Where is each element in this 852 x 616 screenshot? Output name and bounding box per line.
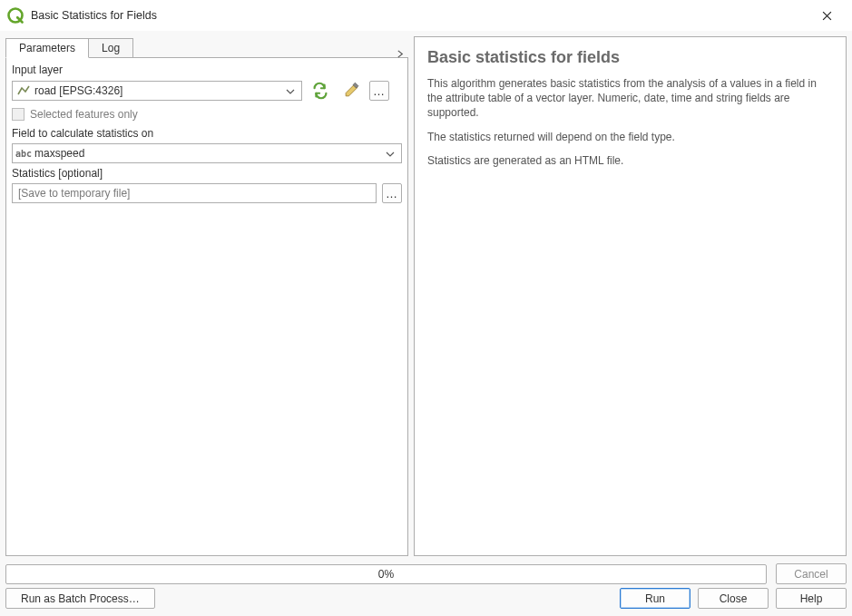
advanced-options-button[interactable] [338, 80, 364, 102]
help-paragraph: This algorithm generates basic statistic… [427, 76, 833, 121]
window-close-button[interactable] [808, 3, 845, 28]
help-button[interactable]: Help [776, 588, 847, 609]
field-combo[interactable]: abc maxspeed [12, 143, 402, 163]
progress-text: 0% [6, 565, 766, 583]
ellipsis-icon: … [373, 85, 386, 97]
app-icon [7, 7, 24, 24]
selected-features-label: Selected features only [30, 108, 138, 121]
tab-log[interactable]: Log [88, 38, 133, 58]
button-row: Run as Batch Process… Run Close Help [5, 588, 847, 609]
iterate-button[interactable] [308, 80, 333, 102]
line-layer-icon [16, 83, 31, 98]
help-pane: Basic statistics for fields This algorit… [414, 36, 847, 556]
close-button[interactable]: Close [698, 588, 769, 609]
parameters-pane: Parameters Log Input layer [5, 36, 408, 556]
help-title: Basic statistics for fields [427, 48, 833, 67]
statistics-output-label: Statistics [optional] [12, 167, 402, 180]
chevron-down-icon [383, 147, 397, 160]
input-layer-combo[interactable]: road [EPSG:4326] [12, 81, 302, 101]
dialog-window: Basic Statistics for Fields Parameters L… [0, 0, 852, 616]
cancel-button[interactable]: Cancel [776, 563, 847, 584]
window-title: Basic Statistics for Fields [31, 9, 157, 22]
ellipsis-icon: … [386, 188, 398, 200]
run-batch-button[interactable]: Run as Batch Process… [5, 588, 155, 609]
chevron-down-icon [283, 84, 298, 97]
panel-collapse-arrow[interactable] [132, 50, 408, 58]
help-paragraph: Statistics are generated as an HTML file… [427, 153, 833, 168]
statistics-output-input[interactable]: [Save to temporary file] [12, 183, 377, 203]
field-label: Field to calculate statistics on [12, 127, 402, 140]
parameters-panel: Input layer road [EPSG:4326] [5, 57, 408, 556]
run-button[interactable]: Run [620, 588, 690, 609]
help-paragraph: The statistics returned will depend on t… [427, 130, 833, 144]
titlebar: Basic Statistics for Fields [0, 0, 852, 31]
input-layer-label: Input layer [12, 64, 402, 76]
progress-row: 0% Cancel [5, 563, 847, 584]
progress-bar: 0% [5, 564, 767, 584]
text-field-icon: abc [16, 146, 31, 161]
dialog-body: Parameters Log Input layer [0, 31, 852, 616]
tab-parameters[interactable]: Parameters [5, 38, 89, 58]
input-layer-value: road [EPSG:4326] [34, 84, 283, 97]
input-layer-row: road [EPSG:4326] [12, 80, 402, 102]
statistics-output-browse-button[interactable]: … [382, 183, 402, 203]
field-value: maxspeed [34, 147, 383, 160]
content-row: Parameters Log Input layer [5, 36, 847, 556]
selected-features-checkbox [12, 108, 24, 121]
tab-bar: Parameters Log [5, 36, 408, 58]
input-layer-browse-button[interactable]: … [369, 81, 389, 101]
selected-features-only-row: Selected features only [12, 105, 402, 123]
